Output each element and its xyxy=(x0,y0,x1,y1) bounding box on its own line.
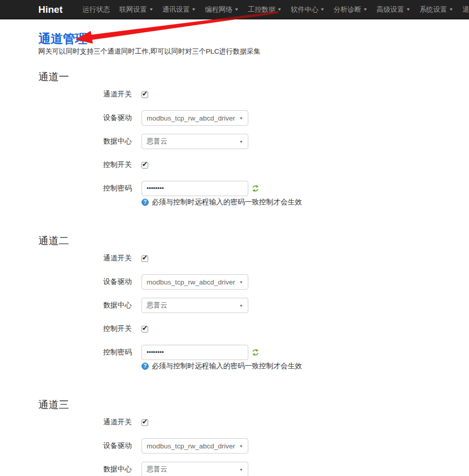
channel-switch-label: 通道开关 xyxy=(38,90,132,99)
device-driver-value: modbus_tcp_rw_abcd_driver xyxy=(147,442,239,450)
password-help-text: 必须与控制时远程输入的密码一致控制才会生效 xyxy=(152,362,302,371)
nav-item-label: 工控数据 xyxy=(248,5,275,14)
nav-item-label: 联网设置 xyxy=(120,5,147,14)
nav-item-label: 系统设置 xyxy=(419,5,447,14)
form-row-data-center: 数据中心 思普云 ▼ xyxy=(38,134,469,149)
control-password-input[interactable] xyxy=(142,345,248,360)
nav-item-running-status[interactable]: 运行状态 xyxy=(78,5,115,14)
form-row-channel-switch: 通道开关 xyxy=(38,251,469,266)
page-content: 通道管理 网关可以同时支持三个通道同时工作,即可以同时对三个PLC进行数据采集 … xyxy=(0,19,469,476)
control-password-input[interactable] xyxy=(142,181,248,196)
page-description: 网关可以同时支持三个通道同时工作,即可以同时对三个PLC进行数据采集 xyxy=(38,47,469,56)
channel-switch-label: 通道开关 xyxy=(38,418,132,427)
device-driver-select[interactable]: modbus_tcp_rw_abcd_driver ▼ xyxy=(142,438,248,454)
device-driver-value: modbus_tcp_rw_abcd_driver xyxy=(147,114,239,122)
chevron-down-icon: ▼ xyxy=(406,7,411,12)
control-switch-label: 控制开关 xyxy=(38,160,132,170)
channel-2-title: 通道二 xyxy=(38,235,469,246)
chevron-down-icon: ▼ xyxy=(239,280,243,284)
form-row-device-driver: 设备驱动 modbus_tcp_rw_abcd_driver ▼ xyxy=(38,274,469,290)
device-driver-select[interactable]: modbus_tcp_rw_abcd_driver ▼ xyxy=(142,274,248,290)
chevron-down-icon: ▼ xyxy=(239,139,243,144)
device-driver-label: 设备驱动 xyxy=(38,113,132,123)
nav-item-industrial-data[interactable]: 工控数据▼ xyxy=(243,5,286,14)
nav-item-label: 分析诊断 xyxy=(334,5,361,14)
chevron-down-icon: ▼ xyxy=(149,7,154,12)
device-driver-label: 设备驱动 xyxy=(38,441,132,450)
channel-switch-checkbox[interactable] xyxy=(142,255,148,262)
form-row-control-switch: 控制开关 xyxy=(38,321,469,337)
channel-3-section: 通道三 通道开关 设备驱动 modbus_tcp_rw_abcd_driver … xyxy=(38,399,469,476)
brand-logo[interactable]: Hinet xyxy=(38,4,63,15)
data-center-value: 思普云 xyxy=(147,301,239,310)
device-driver-value: modbus_tcp_rw_abcd_driver xyxy=(147,278,239,286)
chevron-down-icon: ▼ xyxy=(235,7,240,12)
data-center-value: 思普云 xyxy=(147,137,239,146)
nav-item-analysis-diagnosis[interactable]: 分析诊断▼ xyxy=(329,5,372,14)
control-switch-checkbox[interactable] xyxy=(142,326,148,332)
channel-3-title: 通道三 xyxy=(38,399,469,410)
data-center-label: 数据中心 xyxy=(38,465,132,474)
chevron-down-icon: ▼ xyxy=(239,467,243,471)
nav-item-label: 运行状态 xyxy=(83,5,110,14)
form-row-device-driver: 设备驱动 modbus_tcp_rw_abcd_driver ▼ xyxy=(38,110,469,126)
channel-switch-checkbox[interactable] xyxy=(142,419,148,426)
top-navbar: Hinet 运行状态 联网设置▼ 通讯设置▼ 编程网络▼ 工控数据▼ 软件中心▼… xyxy=(0,0,469,19)
chevron-down-icon: ▼ xyxy=(239,303,243,307)
channel-switch-label: 通道开关 xyxy=(38,254,132,263)
nav-item-label: 通讯设置 xyxy=(162,5,190,14)
nav-item-software-center[interactable]: 软件中心▼ xyxy=(286,5,329,14)
chevron-down-icon: ▼ xyxy=(239,116,243,120)
chevron-down-icon: ▼ xyxy=(192,7,197,12)
control-password-label: 控制密码 xyxy=(38,184,132,193)
control-password-label: 控制密码 xyxy=(38,348,132,357)
form-row-data-center: 数据中心 思普云 ▼ xyxy=(38,462,469,476)
refresh-icon[interactable] xyxy=(252,185,259,192)
data-center-select[interactable]: 思普云 ▼ xyxy=(142,298,248,313)
nav-item-label: 编程网络 xyxy=(205,5,232,14)
data-center-label: 数据中心 xyxy=(38,137,132,146)
data-center-value: 思普云 xyxy=(147,465,239,474)
help-icon xyxy=(142,363,149,370)
control-switch-label: 控制开关 xyxy=(38,324,132,334)
channel-switch-checkbox[interactable] xyxy=(142,91,148,98)
data-center-select[interactable]: 思普云 ▼ xyxy=(142,134,248,149)
nav-item-network-settings[interactable]: 联网设置▼ xyxy=(115,5,158,14)
nav-item-label: 退出 xyxy=(462,5,469,14)
nav-item-comm-settings[interactable]: 通讯设置▼ xyxy=(157,5,200,14)
nav-item-label: 高级设置 xyxy=(377,5,404,14)
channel-1-title: 通道一 xyxy=(38,71,469,82)
channel-2-section: 通道二 通道开关 设备驱动 modbus_tcp_rw_abcd_driver … xyxy=(38,235,469,370)
password-help: 必须与控制时远程输入的密码一致控制才会生效 xyxy=(142,362,469,370)
form-row-device-driver: 设备驱动 modbus_tcp_rw_abcd_driver ▼ xyxy=(38,438,469,454)
nav-item-programming-network[interactable]: 编程网络▼ xyxy=(200,5,243,14)
nav-item-logout[interactable]: 退出 xyxy=(458,5,469,14)
channel-1-section: 通道一 通道开关 设备驱动 modbus_tcp_rw_abcd_driver … xyxy=(38,71,469,206)
form-row-control-switch: 控制开关 xyxy=(38,157,469,173)
refresh-icon[interactable] xyxy=(252,349,259,356)
form-row-control-password: 控制密码 xyxy=(38,181,469,196)
data-center-label: 数据中心 xyxy=(38,301,132,310)
password-help-text: 必须与控制时远程输入的密码一致控制才会生效 xyxy=(152,198,302,207)
form-row-channel-switch: 通道开关 xyxy=(38,87,469,102)
chevron-down-icon: ▼ xyxy=(239,444,243,448)
chevron-down-icon: ▼ xyxy=(363,7,368,12)
device-driver-label: 设备驱动 xyxy=(38,277,132,287)
control-switch-checkbox[interactable] xyxy=(142,162,148,169)
password-help: 必须与控制时远程输入的密码一致控制才会生效 xyxy=(142,198,469,206)
nav-item-label: 软件中心 xyxy=(291,5,318,14)
form-row-data-center: 数据中心 思普云 ▼ xyxy=(38,298,469,313)
nav-menu: 运行状态 联网设置▼ 通讯设置▼ 编程网络▼ 工控数据▼ 软件中心▼ 分析诊断▼… xyxy=(78,5,469,14)
device-driver-select[interactable]: modbus_tcp_rw_abcd_driver ▼ xyxy=(142,110,248,126)
page-title: 通道管理 xyxy=(38,32,469,46)
data-center-select[interactable]: 思普云 ▼ xyxy=(142,462,248,476)
chevron-down-icon: ▼ xyxy=(277,7,282,12)
form-row-control-password: 控制密码 xyxy=(38,345,469,360)
chevron-down-icon: ▼ xyxy=(320,7,325,12)
help-icon xyxy=(142,199,149,206)
nav-item-advanced-settings[interactable]: 高级设置▼ xyxy=(372,5,415,14)
form-row-channel-switch: 通道开关 xyxy=(38,415,469,430)
nav-item-system-settings[interactable]: 系统设置▼ xyxy=(415,5,458,14)
chevron-down-icon: ▼ xyxy=(449,7,454,12)
